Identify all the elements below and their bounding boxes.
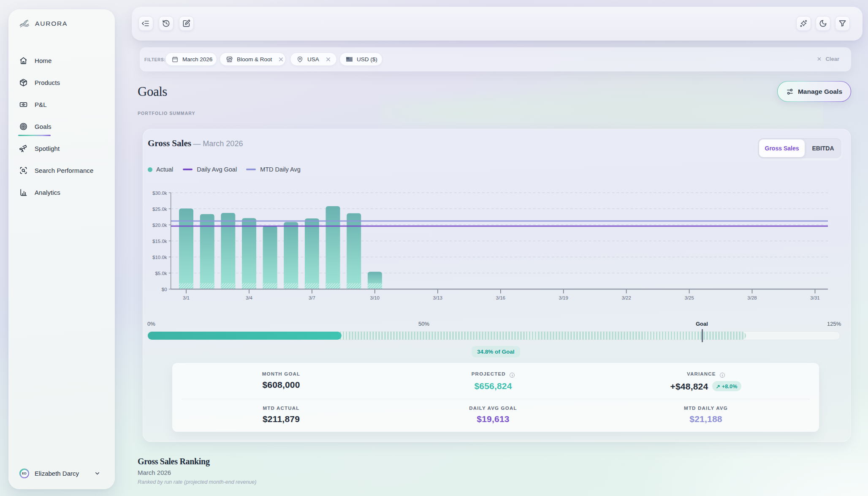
svg-text:3/1: 3/1 bbox=[183, 295, 190, 300]
svg-text:$25.0k: $25.0k bbox=[152, 207, 167, 212]
svg-text:3/28: 3/28 bbox=[747, 295, 757, 300]
svg-text:3/13: 3/13 bbox=[433, 295, 442, 300]
svg-text:3/31: 3/31 bbox=[810, 295, 819, 300]
svg-text:$5.0k: $5.0k bbox=[155, 271, 167, 276]
svg-text:$10.0k: $10.0k bbox=[152, 255, 167, 260]
svg-text:3/25: 3/25 bbox=[684, 295, 694, 300]
svg-text:3/16: 3/16 bbox=[496, 295, 505, 300]
svg-text:$0: $0 bbox=[162, 287, 167, 292]
svg-text:3/19: 3/19 bbox=[559, 295, 568, 300]
svg-text:3/7: 3/7 bbox=[309, 295, 315, 300]
svg-text:$15.0k: $15.0k bbox=[152, 239, 167, 244]
svg-text:3/4: 3/4 bbox=[246, 295, 253, 300]
svg-text:3/22: 3/22 bbox=[621, 295, 631, 300]
svg-text:$20.0k: $20.0k bbox=[152, 223, 167, 228]
svg-text:3/10: 3/10 bbox=[370, 295, 380, 300]
svg-text:$30.0k: $30.0k bbox=[152, 191, 167, 196]
